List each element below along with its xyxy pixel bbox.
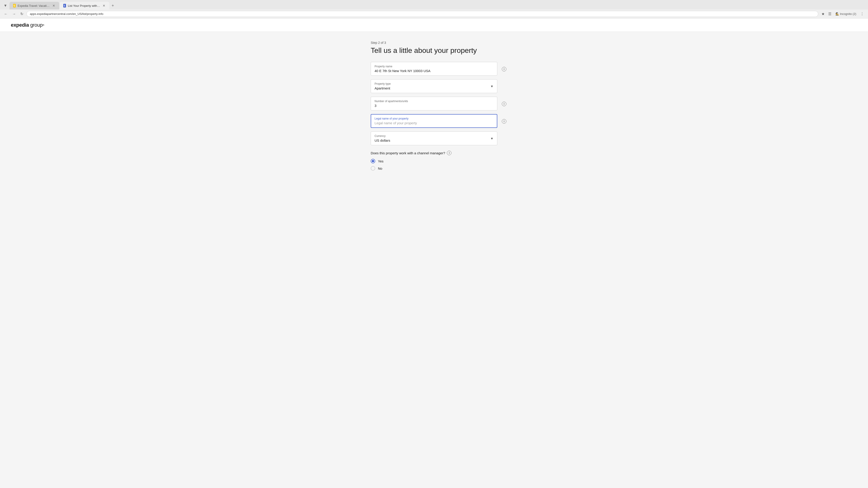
browser-chrome: ▼ E Expedia Travel: Vacation Home... ✕ E… <box>0 0 868 19</box>
back-button[interactable]: ← <box>3 11 9 17</box>
currency-value: US dollars <box>375 138 490 142</box>
logo-expedia-bold: expedia <box>11 22 29 28</box>
forward-button[interactable]: → <box>11 11 17 17</box>
num-apartments-row: Number of apartments/units 3 i <box>371 97 497 110</box>
tab-expedia-vacation[interactable]: E Expedia Travel: Vacation Home... ✕ <box>9 2 59 9</box>
tab-title-expedia: Expedia Travel: Vacation Home... <box>18 4 50 7</box>
browser-toolbar: ← → ↻ apps.expediapartnercentral.com/en_… <box>0 9 868 18</box>
info-circle-icon-2[interactable]: i <box>502 102 506 106</box>
channel-manager-section: Does this property work with a channel m… <box>371 151 497 170</box>
info-circle-icon[interactable]: i <box>502 67 506 71</box>
channel-manager-yes-label: Yes <box>378 159 383 163</box>
currency-group: Currency US dollars ▼ <box>371 131 497 145</box>
property-name-value: 40 E 7th St New York NY 10003 USA <box>375 69 430 73</box>
tab-title-list: List Your Property with Expedia... <box>68 4 100 7</box>
tab-close-expedia[interactable]: ✕ <box>52 4 56 8</box>
currency-dropdown[interactable]: Currency US dollars ▼ <box>371 131 497 145</box>
tab-switcher-button[interactable]: ▼ <box>2 3 9 8</box>
bookmark-button[interactable]: ★ <box>820 11 826 17</box>
logo-text: expedia group <box>11 22 42 28</box>
logo: expedia group ® <box>11 22 44 28</box>
property-name-info-icon[interactable]: i <box>502 66 506 71</box>
info-circle-icon-3[interactable]: i <box>502 119 506 124</box>
channel-manager-yes-option[interactable]: Yes <box>371 159 497 163</box>
channel-manager-no-option[interactable]: No <box>371 166 497 170</box>
incognito-button[interactable]: 🕵 Incognito (2) <box>834 11 858 17</box>
channel-manager-no-label: No <box>378 166 382 170</box>
tab-list-property[interactable]: E List Your Property with Expedia... ✕ <box>60 2 110 9</box>
sidebar-button[interactable]: ☰ <box>827 11 833 17</box>
tab-favicon-expedia: E <box>13 4 16 7</box>
num-apartments-info-icon[interactable]: i <box>502 101 506 106</box>
address-bar[interactable]: apps.expediapartnercentral.com/en_US/lis… <box>26 11 818 17</box>
incognito-icon: 🕵 <box>835 12 839 15</box>
num-apartments-field[interactable]: Number of apartments/units 3 <box>371 97 497 110</box>
property-type-group: Property type Apartment ▼ <box>371 79 497 93</box>
channel-question-text: Does this property work with a channel m… <box>371 151 445 155</box>
property-type-chevron-icon: ▼ <box>490 85 493 88</box>
new-tab-button[interactable]: + <box>110 2 116 9</box>
menu-button[interactable]: ⋮ <box>859 11 865 17</box>
property-name-group: Property name 40 E 7th St New York NY 10… <box>371 62 497 76</box>
step-label: Step 2 of 3 <box>371 41 497 44</box>
legal-name-input[interactable] <box>375 121 493 125</box>
legal-name-info-icon[interactable]: i <box>502 119 506 124</box>
property-name-field: Property name 40 E 7th St New York NY 10… <box>371 62 497 76</box>
legal-name-row: Legal name of your property i <box>371 114 497 128</box>
page-header: expedia group ® <box>0 19 868 32</box>
channel-manager-yes-radio[interactable] <box>371 159 375 163</box>
legal-name-label: Legal name of your property <box>375 117 493 120</box>
tab-bar: ▼ E Expedia Travel: Vacation Home... ✕ E… <box>0 0 868 9</box>
currency-label: Currency <box>375 134 490 138</box>
toolbar-icons: ★ ☰ 🕵 Incognito (2) ⋮ <box>820 11 865 17</box>
property-type-value: Apartment <box>375 86 490 90</box>
reload-button[interactable]: ↻ <box>19 11 25 17</box>
currency-row: Currency US dollars ▼ <box>371 131 497 145</box>
channel-question-label: Does this property work with a channel m… <box>371 151 497 155</box>
property-type-dropdown[interactable]: Property type Apartment ▼ <box>371 79 497 93</box>
num-apartments-value: 3 <box>375 104 376 107</box>
property-name-row: Property name 40 E 7th St New York NY 10… <box>371 62 497 76</box>
property-type-row: Property type Apartment ▼ <box>371 79 497 93</box>
tab-close-list[interactable]: ✕ <box>102 4 106 8</box>
property-type-label: Property type <box>375 82 490 86</box>
address-input[interactable]: apps.expediapartnercentral.com/en_US/lis… <box>30 12 815 15</box>
legal-name-field[interactable]: Legal name of your property <box>371 114 497 128</box>
channel-manager-info-icon[interactable]: i <box>447 151 452 155</box>
num-apartments-group: Number of apartments/units 3 i <box>371 97 497 110</box>
channel-manager-no-radio[interactable] <box>371 166 375 170</box>
num-apartments-label: Number of apartments/units <box>375 100 493 103</box>
property-type-content: Property type Apartment <box>375 82 490 90</box>
property-name-label: Property name <box>375 65 493 68</box>
tab-favicon-list: E <box>63 4 66 7</box>
page-title: Tell us a little about your property <box>371 46 497 55</box>
currency-chevron-icon: ▼ <box>490 137 493 140</box>
legal-name-group: Legal name of your property i <box>371 114 497 128</box>
currency-content: Currency US dollars <box>375 134 490 142</box>
incognito-label: Incognito (2) <box>840 12 856 15</box>
main-content: Step 2 of 3 Tell us a little about your … <box>366 41 502 170</box>
